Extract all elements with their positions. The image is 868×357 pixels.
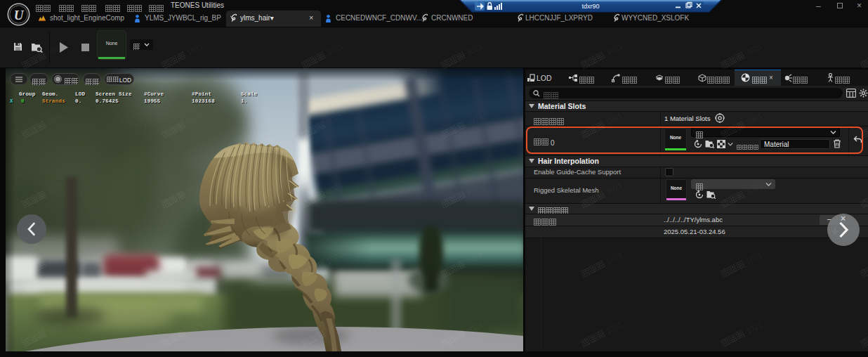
svg-text:U: U xyxy=(14,8,25,22)
svg-text:tdxr90: tdxr90 xyxy=(581,3,599,10)
